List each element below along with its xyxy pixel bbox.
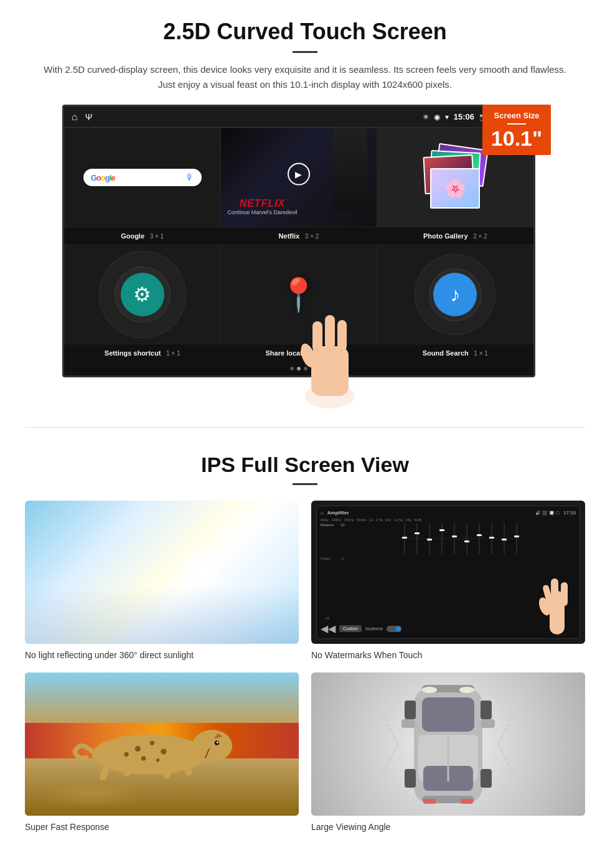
- settings-app-cell[interactable]: ⚙: [64, 245, 220, 344]
- amp-custom-button[interactable]: Custom: [339, 625, 362, 632]
- svg-rect-28: [514, 535, 519, 537]
- flower-icon: 🌸: [431, 169, 479, 207]
- svg-rect-4: [337, 320, 347, 351]
- svg-rect-23: [452, 535, 457, 537]
- amp-label-row2: Fader 0: [321, 557, 576, 560]
- svg-point-44: [150, 740, 154, 745]
- feature-amplifier: ⌂ Amplifier 🔊 ⬛ 🔲 ⬡ 17:33 60hz100hz200hz…: [311, 501, 585, 660]
- svg-point-46: [124, 752, 128, 756]
- amp-top-bar: ⌂ Amplifier 🔊 ⬛ 🔲 ⬡ 17:33: [321, 510, 576, 516]
- svg-point-65: [459, 687, 474, 693]
- amp-toggle[interactable]: [387, 626, 401, 632]
- gallery-photo-main: 🌸: [430, 168, 480, 209]
- svg-point-45: [161, 748, 166, 754]
- feature-sunlight: No light reflecting under 360° direct su…: [25, 501, 299, 660]
- google-label-name: Google: [121, 232, 144, 240]
- google-label-size: 3 × 1: [146, 233, 164, 240]
- amp-title-text: Amplifier: [327, 510, 349, 516]
- google-app-cell[interactable]: Google 🎙: [64, 128, 220, 227]
- svg-rect-20: [415, 532, 420, 534]
- amp-freq-labels: 60hz100hz200hz500hz1k2.5k10k12.5k15kSUB: [321, 518, 576, 522]
- title-divider: [293, 51, 317, 53]
- section-separator: [25, 427, 585, 428]
- sound-label-name: Sound Search: [423, 349, 469, 357]
- usb-icon: Ψ: [85, 112, 93, 122]
- sound-circle-small: [429, 268, 482, 321]
- cheetah-caption: Super Fast Response: [25, 822, 299, 832]
- amp-time: 17:33: [563, 510, 576, 516]
- google-label: Google 3 × 1: [64, 231, 220, 241]
- cheetah-svg: [52, 723, 258, 780]
- cheetah-sky: [25, 672, 299, 723]
- netflix-logo: NETFLIX: [227, 198, 297, 209]
- settings-label-name: Settings shortcut: [105, 349, 161, 357]
- svg-rect-62: [481, 769, 492, 788]
- hand-overlay-container: [37, 371, 573, 408]
- sound-app-cell[interactable]: ♪: [377, 245, 533, 344]
- feature-cheetah: Super Fast Response: [25, 672, 299, 832]
- netflix-subtitle: Continue Marvel's Daredevil: [227, 209, 297, 215]
- svg-rect-66: [423, 799, 436, 804]
- settings-label-size: 1 × 1: [162, 350, 180, 357]
- netflix-figure: [333, 128, 367, 211]
- gallery-stack: 🌸: [424, 146, 486, 209]
- badge-title-text: Screen Size: [487, 111, 546, 120]
- cheetah-dust: [39, 780, 148, 809]
- sound-bg: [378, 245, 533, 344]
- sunlight-caption: No light reflecting under 360° direct su…: [25, 650, 299, 660]
- svg-point-47: [141, 756, 146, 760]
- svg-rect-21: [427, 539, 432, 540]
- feature-grid: No light reflecting under 360° direct su…: [25, 501, 585, 832]
- car-caption: Large Viewing Angle: [311, 822, 585, 832]
- svg-rect-25: [477, 534, 482, 536]
- svg-rect-27: [502, 539, 507, 540]
- svg-rect-56: [481, 719, 495, 728]
- gallery-label: Photo Gallery 2 × 2: [377, 231, 533, 241]
- status-bar: ⌂ Ψ ✳ ◉ ▾ 15:06 📷 🔊 ✕ ▭: [64, 106, 533, 128]
- svg-rect-2: [312, 321, 322, 352]
- sky-bottom: [25, 587, 299, 644]
- svg-rect-19: [402, 537, 407, 539]
- netflix-play-button[interactable]: ▶: [288, 163, 310, 186]
- svg-rect-32: [561, 582, 568, 606]
- sunlight-image: [25, 501, 299, 644]
- cheetah-image: [25, 672, 299, 816]
- app-labels-top: Google 3 × 1 Netflix 3 × 2 Photo Gallery…: [64, 227, 533, 245]
- amp-prev-icon[interactable]: ◀◀: [321, 623, 336, 634]
- app-grid-top: Google 🎙 ▶ NETFLIX: [64, 128, 533, 227]
- screen-size-badge: Screen Size 10.1": [482, 105, 551, 155]
- svg-rect-61: [405, 769, 416, 788]
- svg-rect-60: [481, 701, 492, 719]
- home-icon[interactable]: ⌂: [72, 111, 78, 123]
- netflix-label-name: Netflix: [279, 232, 300, 240]
- sunlight-image-box: [25, 501, 299, 644]
- svg-line-70: [499, 715, 513, 744]
- svg-rect-59: [405, 701, 416, 719]
- gallery-label-size: 2 × 2: [470, 233, 487, 240]
- amplifier-image: ⌂ Amplifier 🔊 ⬛ 🔲 ⬡ 17:33 60hz100hz200hz…: [311, 501, 585, 644]
- sun-glare: [176, 544, 225, 593]
- google-search-bar[interactable]: Google 🎙: [83, 169, 202, 186]
- curved-description: With 2.5D curved-display screen, this de…: [37, 62, 573, 92]
- eq-visualization: [398, 523, 523, 554]
- amp-db-labels: Balance 10: [321, 523, 576, 554]
- netflix-app-cell[interactable]: ▶ NETFLIX Continue Marvel's Daredevil: [220, 128, 377, 227]
- google-mic-icon[interactable]: 🎙: [185, 172, 194, 182]
- settings-circle-small: [115, 267, 171, 323]
- svg-line-71: [499, 744, 513, 773]
- amp-home-icon: ⌂: [321, 510, 324, 516]
- svg-point-48: [156, 758, 160, 762]
- svg-rect-67: [461, 799, 473, 804]
- status-bar-left: ⌂ Ψ: [72, 111, 92, 123]
- netflix-label-size: 3 × 2: [301, 233, 319, 240]
- status-time: 15:06: [454, 112, 474, 121]
- curved-title: 2.5D Curved Touch Screen: [37, 19, 573, 45]
- bluetooth-icon: ✳: [423, 113, 429, 121]
- wifi-icon: ▾: [445, 113, 449, 121]
- svg-rect-24: [464, 540, 469, 542]
- amp-loudness-label: loudness: [365, 626, 383, 631]
- car-image: [311, 672, 585, 816]
- ips-title: IPS Full Screen View: [25, 453, 585, 477]
- svg-rect-1: [311, 346, 349, 396]
- google-maps-icon: 📍: [278, 276, 319, 314]
